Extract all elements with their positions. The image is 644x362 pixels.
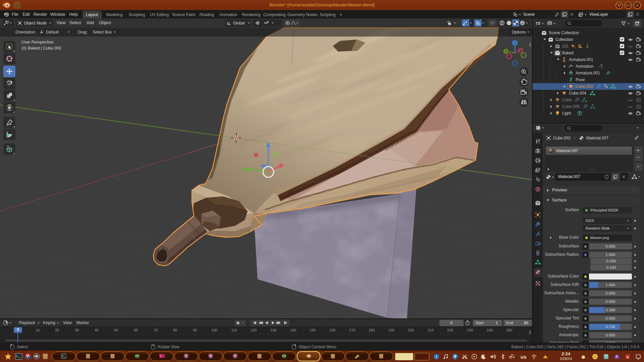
svg-text:Z: Z xyxy=(514,41,516,45)
svg-text:a: a xyxy=(627,355,629,359)
svg-text:X: X xyxy=(520,49,522,52)
svg-text:Y: Y xyxy=(505,50,507,53)
